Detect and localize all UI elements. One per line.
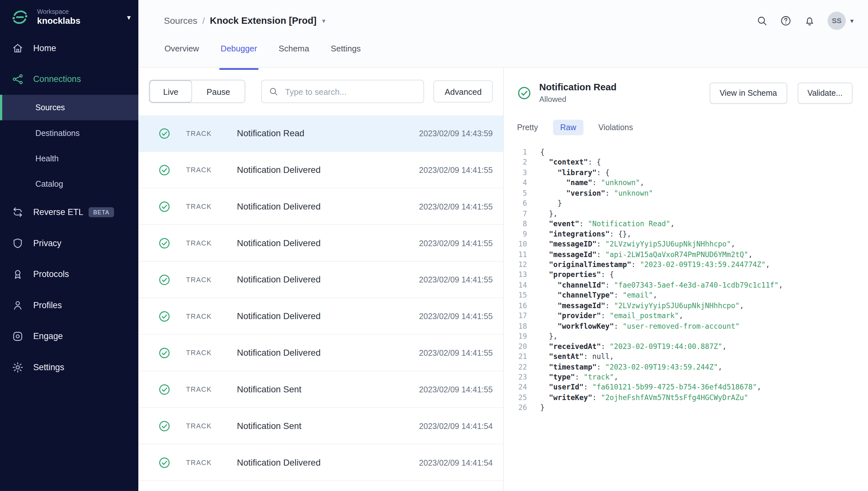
event-row[interactable]: TRACKNotification Sent2023/02/09 14:41:5…	[138, 371, 503, 408]
protocols-icon	[11, 268, 24, 281]
sidebar-item-engage[interactable]: Engage	[0, 321, 138, 352]
event-timestamp: 2023/02/09 14:41:55	[419, 202, 503, 211]
sidebar-subitem-health[interactable]: Health	[0, 146, 138, 171]
event-timestamp: 2023/02/09 14:43:59	[419, 129, 503, 138]
profiles-icon	[11, 299, 24, 311]
check-circle-icon	[158, 420, 170, 432]
code-line: 17 "provider": "email_postmark",	[517, 311, 852, 321]
line-number: 17	[517, 311, 527, 321]
detail-tab-pretty[interactable]: Pretty	[517, 119, 538, 135]
pause-button[interactable]: Pause	[192, 80, 245, 103]
user-menu-chevron-icon[interactable]: ▾	[850, 17, 854, 25]
sidebar-item-settings[interactable]: Settings	[0, 352, 138, 383]
event-timestamp: 2023/02/09 14:41:55	[419, 312, 503, 321]
line-number: 13	[517, 270, 527, 281]
sidebar-subitem-destinations[interactable]: Destinations	[0, 120, 138, 146]
code-line: 11 "messageId": "api-2LW15aQaVxoR74PmPNU…	[517, 250, 852, 260]
detail-tab-violations[interactable]: Violations	[598, 119, 633, 135]
line-number: 5	[517, 188, 527, 199]
event-name: Notification Delivered	[237, 311, 419, 321]
sidebar-item-label: Reverse ETL	[33, 207, 83, 217]
sidebar-subitem-sources[interactable]: Sources	[0, 95, 138, 120]
event-row[interactable]: TRACKNotification Delivered2023/02/09 14…	[138, 298, 503, 335]
event-row[interactable]: TRACKNotification Delivered2023/02/09 14…	[138, 481, 503, 491]
event-row[interactable]: TRACKNotification Delivered2023/02/09 14…	[138, 152, 503, 189]
event-row[interactable]: TRACKNotification Read2023/02/09 14:43:5…	[138, 115, 503, 152]
advanced-button[interactable]: Advanced	[434, 80, 493, 103]
connections-icon	[11, 73, 24, 85]
sidebar-item-label: Home	[33, 44, 56, 53]
search-input[interactable]	[284, 86, 417, 97]
event-row[interactable]: TRACKNotification Delivered2023/02/09 14…	[138, 444, 503, 481]
sidebar-item-connections[interactable]: Connections	[0, 64, 138, 95]
sidebar-item-privacy[interactable]: Privacy	[0, 228, 138, 259]
sidebar-item-label: Engage	[33, 331, 63, 341]
event-detail-status: Allowed	[539, 95, 617, 104]
code-line: 4 "name": "unknown",	[517, 178, 852, 188]
check-circle-icon	[517, 85, 532, 100]
sidebar: Workspace knocklabs ▾ HomeConnectionsSou…	[0, 0, 138, 491]
line-number: 11	[517, 250, 527, 260]
workspace-label: Workspace	[37, 8, 124, 15]
settings-icon	[11, 361, 24, 373]
event-name: Notification Delivered	[237, 348, 419, 358]
help-icon[interactable]	[780, 15, 792, 27]
tab-overview[interactable]: Overview	[164, 41, 199, 69]
line-number: 1	[517, 147, 527, 158]
tab-debugger[interactable]: Debugger	[220, 41, 258, 69]
code-line: 18 "workflowKey": "user-removed-from-acc…	[517, 321, 852, 331]
event-list: TRACKNotification Read2023/02/09 14:43:5…	[138, 115, 503, 491]
line-number: 2	[517, 158, 527, 168]
chevron-down-icon[interactable]: ▾	[127, 13, 131, 22]
event-row[interactable]: TRACKNotification Delivered2023/02/09 14…	[138, 188, 503, 225]
code-line: 21 "sentAt": null,	[517, 352, 852, 362]
sidebar-item-reverse-etl[interactable]: Reverse ETLBETA	[0, 197, 138, 228]
event-search[interactable]	[261, 80, 424, 103]
sidebar-item-label: Protocols	[33, 269, 69, 279]
sidebar-item-protocols[interactable]: Protocols	[0, 259, 138, 290]
line-number: 23	[517, 372, 527, 383]
line-number: 14	[517, 280, 527, 290]
code-line: 13 "properties": {	[517, 270, 852, 281]
event-type: TRACK	[186, 312, 237, 320]
code-line: 6 }	[517, 199, 852, 209]
sidebar-item-profiles[interactable]: Profiles	[0, 290, 138, 321]
code-line: 2 "context": {	[517, 158, 852, 168]
code-line: 10 "messageID": "2LVzwiyYyipSJU6upNkjNHh…	[517, 239, 852, 250]
event-type: TRACK	[186, 129, 237, 137]
line-number: 19	[517, 331, 527, 342]
event-row[interactable]: TRACKNotification Sent2023/02/09 14:41:5…	[138, 408, 503, 444]
tab-settings[interactable]: Settings	[330, 41, 362, 69]
breadcrumb-sources[interactable]: Sources	[164, 16, 197, 26]
bell-icon[interactable]	[804, 15, 815, 27]
event-row[interactable]: TRACKNotification Delivered2023/02/09 14…	[138, 262, 503, 298]
view-in-schema-button[interactable]: View in Schema	[710, 82, 787, 104]
event-row[interactable]: TRACKNotification Delivered2023/02/09 14…	[138, 225, 503, 262]
avatar[interactable]: SS	[828, 11, 846, 30]
validate-button[interactable]: Validate...	[797, 82, 852, 104]
search-icon[interactable]	[756, 15, 768, 27]
workspace-switcher[interactable]: Workspace knocklabs ▾	[0, 0, 138, 33]
search-icon	[268, 86, 278, 96]
event-name: Notification Delivered	[237, 458, 419, 467]
detail-tab-raw[interactable]: Raw	[553, 119, 584, 135]
live-pause-toggle: Live Pause	[149, 80, 245, 103]
code-line: 19 },	[517, 331, 852, 342]
line-number: 16	[517, 301, 527, 311]
sidebar-item-home[interactable]: Home	[0, 33, 138, 64]
line-number: 22	[517, 362, 527, 372]
sidebar-subitem-catalog[interactable]: Catalog	[0, 171, 138, 197]
engage-icon	[11, 330, 24, 343]
event-row[interactable]: TRACKNotification Delivered2023/02/09 14…	[138, 335, 503, 372]
breadcrumb-chevron-icon[interactable]: ▾	[322, 17, 325, 25]
line-number: 7	[517, 209, 527, 219]
user-menu[interactable]: SS ▾	[828, 11, 854, 30]
line-number: 10	[517, 239, 527, 250]
event-type: TRACK	[186, 202, 237, 210]
code-line: 15 "channelType": "email",	[517, 290, 852, 301]
segment-logo-icon	[11, 8, 29, 26]
line-number: 3	[517, 168, 527, 178]
live-button[interactable]: Live	[150, 80, 192, 103]
tab-schema[interactable]: Schema	[278, 41, 309, 69]
privacy-icon	[11, 237, 24, 249]
